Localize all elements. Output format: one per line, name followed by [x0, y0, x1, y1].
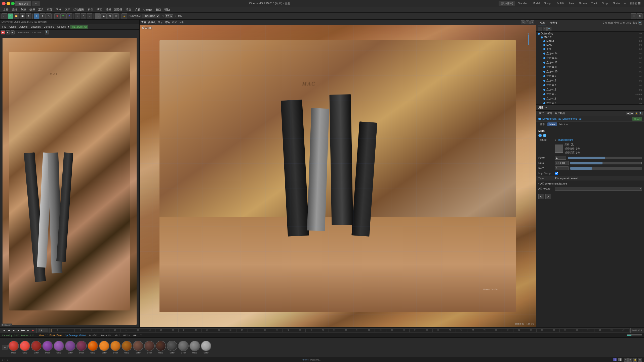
menu-extend[interactable]: 扩展: [133, 7, 142, 12]
viewer-menu-objects[interactable]: Objects: [18, 25, 29, 29]
vp-options[interactable]: 选项: [165, 21, 170, 24]
topnav-nodes[interactable]: Nodes: [611, 2, 622, 5]
bottom-icon-2[interactable]: ▣: [628, 358, 632, 362]
tool-undo[interactable]: ↩: [2, 13, 7, 19]
viewer-stop[interactable]: ■: [6, 30, 10, 34]
tree-item-mac[interactable]: MAC ⊙⊙: [536, 43, 644, 47]
play-to-start[interactable]: ⏮: [2, 328, 6, 332]
menu-octane[interactable]: Octane: [142, 8, 154, 12]
menu-animate[interactable]: 动画: [95, 7, 104, 12]
tree-item-cube13[interactable]: 立方体.13 ⊙⊙: [536, 56, 644, 60]
tool-lock[interactable]: 🔒: [122, 13, 127, 19]
menu-edit[interactable]: 编辑: [10, 7, 19, 12]
swatch-5[interactable]: Octar: [54, 341, 64, 354]
attrs-subtab-medium[interactable]: Medium: [557, 122, 571, 126]
topnav-groom[interactable]: Groom: [578, 2, 588, 5]
viewport-render-area[interactable]: MAC Dragon Yue.C4d 网格距离：100 cm Y: [140, 25, 536, 327]
attrs-tab-userdata[interactable]: 用户数据: [554, 111, 566, 115]
vp-view[interactable]: 查看: [141, 21, 146, 24]
viewer-menu-materials[interactable]: Materials: [29, 25, 42, 29]
props-search[interactable]: 🔍: [638, 21, 642, 25]
play-next-frame[interactable]: ▶: [16, 328, 20, 332]
tree-item-cube11[interactable]: 立方体.11 ⊙⊙: [536, 65, 644, 69]
roty-slider[interactable]: [570, 167, 642, 170]
bottom-icon-1[interactable]: ◀: [624, 358, 628, 362]
swatch-9[interactable]: Octar: [99, 341, 109, 354]
obj-add[interactable]: +: [538, 27, 542, 31]
props-icon-edit[interactable]: 编辑: [608, 21, 613, 25]
timeline-scrubber[interactable]: 2 4 6 8 10 12 14 16 18 20 22 24 26 28 30…: [51, 329, 629, 332]
vp-display[interactable]: 显示: [158, 21, 163, 24]
attrs-icon-1[interactable]: ⚙: [538, 194, 544, 199]
attrs-subtab-basic[interactable]: 基本: [538, 122, 547, 127]
rotx-slider[interactable]: [570, 162, 642, 164]
tool-view2[interactable]: ⊞: [637, 13, 642, 19]
play-record[interactable]: ⏺: [31, 328, 35, 332]
tree-item-cube10[interactable]: 立方体.10 ⊙⊙: [536, 69, 644, 74]
power-slider[interactable]: [568, 157, 642, 159]
attrs-tab-mode[interactable]: 模式: [538, 111, 545, 115]
swatch-18[interactable]: Octar: [201, 341, 211, 354]
tool-save[interactable]: 💾: [20, 13, 25, 19]
tool-scale[interactable]: ⤡: [46, 13, 52, 19]
topnav-standard[interactable]: Standard: [516, 2, 530, 5]
props-icon-obj[interactable]: 对象: [620, 21, 625, 25]
menu-volume[interactable]: 体积: [63, 7, 72, 12]
swatch-10[interactable]: Octar: [110, 341, 121, 354]
image-texture-label[interactable]: ImageTexture: [558, 139, 573, 141]
ao-section-header[interactable]: ▾ AO environment texture: [536, 181, 644, 186]
swatch-4[interactable]: Octar: [42, 341, 53, 354]
tool-new[interactable]: □: [8, 13, 13, 19]
swatch-8[interactable]: Octar: [88, 341, 98, 354]
impsamp-checkbox[interactable]: [555, 172, 558, 175]
swatch-6[interactable]: Octar: [65, 341, 75, 354]
viewer-menu-options[interactable]: Options: [56, 25, 67, 29]
attrs-search[interactable]: 🔍: [639, 112, 642, 115]
tree-item-cube14[interactable]: 立方体.14 ⊙⊙: [536, 51, 644, 56]
tree-item-octanesky[interactable]: OctaneSky ⊙⊙: [536, 32, 644, 35]
menu-select[interactable]: 选择: [28, 7, 36, 12]
hdr-select[interactable]: HDR/sRGB: [142, 14, 160, 18]
swatch-7[interactable]: Octar: [76, 341, 87, 354]
current-frame-input[interactable]: [38, 329, 48, 332]
close-btn[interactable]: [2, 2, 6, 5]
menu-mesh[interactable]: 网格: [54, 7, 63, 12]
swatch-14[interactable]: Octar: [155, 341, 166, 354]
viewer-menu-cloud[interactable]: Cloud: [8, 25, 17, 29]
min-btn[interactable]: [7, 2, 10, 5]
vp-filter[interactable]: 过滤: [172, 21, 177, 24]
menu-file[interactable]: 文件: [2, 7, 10, 12]
props-icon-view[interactable]: 查看: [614, 21, 619, 25]
obj-search[interactable]: 🔍: [547, 27, 551, 31]
tree-item-cube4[interactable]: 立方体.4 ⊙⊙: [536, 97, 644, 101]
topnav-script[interactable]: Script: [600, 2, 610, 5]
tool-render-region[interactable]: T: [26, 13, 31, 19]
color-dot-2[interactable]: [543, 134, 546, 137]
tab-new[interactable]: +: [32, 1, 40, 6]
swatch-11[interactable]: Octar: [122, 341, 132, 354]
texture-thumbnail[interactable]: [555, 145, 563, 153]
menu-help[interactable]: 帮助: [163, 7, 171, 12]
roty-input[interactable]: [555, 166, 569, 170]
props-icon-file[interactable]: 文件: [602, 21, 607, 25]
viewer-reset[interactable]: ⏮: [11, 30, 15, 34]
menu-renderer[interactable]: 渲染器: [113, 7, 124, 12]
swatch-17[interactable]: Octar: [189, 341, 200, 354]
topnav-uvedit[interactable]: UV Edit: [554, 2, 566, 5]
vp-tb2[interactable]: ⊟: [526, 20, 530, 24]
menu-mograph[interactable]: 运动图形: [72, 7, 86, 12]
topnav-add[interactable]: +: [623, 2, 627, 5]
tool-y[interactable]: Y: [60, 13, 66, 19]
vp-tb1[interactable]: ⊞: [521, 20, 525, 24]
tree-item-plane[interactable]: 平面 ⊙⊙: [536, 47, 644, 51]
props-tab-scene[interactable]: 场景/5: [548, 21, 558, 25]
power-input[interactable]: [555, 156, 566, 160]
max-btn[interactable]: [11, 2, 15, 5]
tab-mac-c4d[interactable]: mac.c4d: [15, 1, 31, 6]
topnav-paint[interactable]: Paint: [567, 2, 576, 5]
play-next-frame2[interactable]: ▶▶: [21, 328, 25, 332]
tool-open[interactable]: 📂: [14, 13, 19, 19]
topnav-track[interactable]: Track: [590, 2, 599, 5]
swatch-1[interactable]: Octar: [8, 341, 19, 354]
tool-z[interactable]: Z: [66, 13, 72, 19]
